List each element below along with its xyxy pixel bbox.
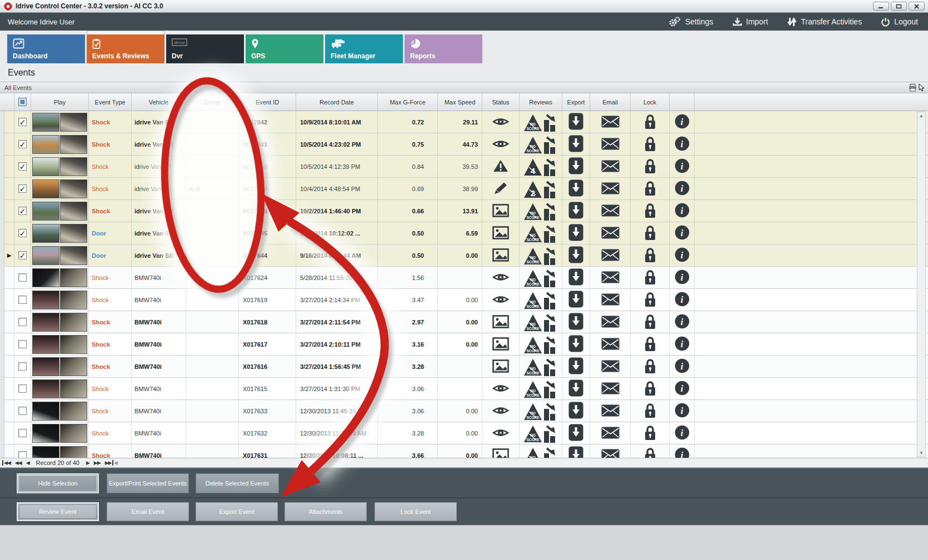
lock-padlock-icon[interactable] xyxy=(643,424,657,442)
column-header-driver[interactable]: Driver xyxy=(186,93,239,111)
reviews-cell[interactable]: NOSCORE xyxy=(520,111,562,133)
email-envelope-icon[interactable] xyxy=(601,227,620,240)
column-header-event-id[interactable]: Event ID xyxy=(239,93,296,111)
camera-front-thumb[interactable] xyxy=(32,135,59,154)
camera-front-thumb[interactable] xyxy=(32,335,59,354)
camera-front-thumb[interactable] xyxy=(32,246,59,265)
column-header-export[interactable]: Export xyxy=(562,93,590,111)
row-checkbox[interactable] xyxy=(14,422,31,444)
export-cell[interactable] xyxy=(562,444,590,458)
tab-events-reviews[interactable]: Events & Reviews xyxy=(87,34,164,63)
info-cell[interactable]: i xyxy=(670,200,695,222)
table-row[interactable]: ✓ Shock idrive Van SB Al B X017639 10/4/… xyxy=(4,178,928,200)
row-checkbox[interactable] xyxy=(14,289,31,311)
export-download-icon[interactable] xyxy=(568,402,583,420)
play-thumbnails[interactable] xyxy=(31,378,89,399)
column-header-reviews[interactable]: Reviews xyxy=(520,93,562,111)
row-checkbox[interactable]: ✓ xyxy=(14,133,31,155)
info-circle-icon[interactable]: i xyxy=(675,381,690,397)
table-row[interactable]: Shock BMW740i X017631 12/30/2013 10:08:1… xyxy=(4,444,928,458)
lock-cell[interactable] xyxy=(631,422,670,444)
lock-cell[interactable] xyxy=(631,289,670,311)
camera-front-thumb[interactable] xyxy=(32,157,59,176)
tab-dvr[interactable]: dense Dvr xyxy=(166,34,244,63)
info-circle-icon[interactable]: i xyxy=(675,158,690,174)
lock-padlock-icon[interactable] xyxy=(643,180,657,198)
camera-front-thumb[interactable] xyxy=(32,268,59,287)
email-envelope-icon[interactable] xyxy=(601,449,620,458)
table-row[interactable]: ✓ Shock idrive Van SB X017641 10/5/2014 … xyxy=(4,133,928,156)
play-thumbnails[interactable] xyxy=(31,267,89,288)
info-circle-icon[interactable]: i xyxy=(675,425,690,441)
lock-padlock-icon[interactable] xyxy=(643,336,657,353)
email-event-button[interactable]: Email Event xyxy=(107,502,189,521)
export-download-icon[interactable] xyxy=(568,291,583,309)
info-cell[interactable]: i xyxy=(670,311,695,333)
export-cell[interactable] xyxy=(562,378,590,399)
camera-cabin-thumb[interactable] xyxy=(60,446,87,458)
export-cell[interactable] xyxy=(562,200,590,222)
column-header-lock[interactable]: Lock xyxy=(631,93,670,111)
email-cell[interactable] xyxy=(590,422,631,444)
reviews-cell[interactable]: NOSCORE xyxy=(520,356,562,377)
info-circle-icon[interactable]: i xyxy=(675,181,690,197)
reviews-cell[interactable]: NOSCORE xyxy=(520,400,562,422)
menu-item-logout[interactable]: Logout xyxy=(881,17,918,27)
play-thumbnails[interactable] xyxy=(31,400,89,422)
export-download-icon[interactable] xyxy=(568,335,583,353)
email-envelope-icon[interactable] xyxy=(601,293,620,307)
export-download-icon[interactable] xyxy=(568,224,583,242)
camera-cabin-thumb[interactable] xyxy=(60,335,87,354)
email-envelope-icon[interactable] xyxy=(601,382,620,396)
info-cell[interactable]: i xyxy=(670,378,695,399)
pager-fast-back-icon[interactable]: ◀◀ xyxy=(15,460,22,466)
info-cell[interactable]: i xyxy=(670,133,695,155)
pager-fast-fwd-icon[interactable]: ▶▶ xyxy=(94,460,101,466)
select-all-icon[interactable] xyxy=(18,98,27,106)
lock-padlock-icon[interactable] xyxy=(643,113,657,131)
lock-cell[interactable] xyxy=(631,400,670,422)
info-cell[interactable]: i xyxy=(670,289,695,311)
email-envelope-icon[interactable] xyxy=(601,360,620,373)
reviews-cell[interactable]: NOSCORE xyxy=(520,200,562,222)
email-cell[interactable] xyxy=(590,133,631,155)
column-header-event-type[interactable]: Event Type xyxy=(89,93,132,111)
camera-cabin-thumb[interactable] xyxy=(60,268,87,287)
table-row[interactable]: Shock BMW740i X017616 3/27/2014 1:56:45 … xyxy=(4,356,928,378)
camera-cabin-thumb[interactable] xyxy=(60,157,87,176)
reviews-cell[interactable]: NOSCORE xyxy=(520,333,562,355)
email-cell[interactable] xyxy=(590,444,631,458)
info-circle-icon[interactable]: i xyxy=(675,314,690,330)
export-download-icon[interactable] xyxy=(568,135,583,153)
column-header-vehicle[interactable]: Vehicle xyxy=(132,93,186,111)
info-circle-icon[interactable]: i xyxy=(675,225,690,241)
row-checkbox[interactable] xyxy=(14,444,31,458)
lock-padlock-icon[interactable] xyxy=(643,202,657,220)
table-row[interactable]: ✓ Shock idrive Van SB X017638 10/2/2014 … xyxy=(4,200,928,222)
lock-padlock-icon[interactable] xyxy=(643,447,657,458)
reviews-cell[interactable]: NOSCORE xyxy=(520,244,562,266)
row-checkbox[interactable] xyxy=(14,311,31,333)
email-cell[interactable] xyxy=(590,267,631,288)
info-cell[interactable]: i xyxy=(670,156,695,177)
lock-cell[interactable] xyxy=(631,444,670,458)
info-circle-icon[interactable]: i xyxy=(675,403,690,419)
info-circle-icon[interactable]: i xyxy=(675,269,690,286)
lock-event-button[interactable]: Lock Event xyxy=(375,502,457,521)
email-cell[interactable] xyxy=(590,378,631,399)
export-download-icon[interactable] xyxy=(568,202,583,220)
delete-selected-events-button[interactable]: Delete Selected Events xyxy=(196,473,279,493)
camera-cabin-thumb[interactable] xyxy=(60,202,87,221)
row-checkbox[interactable] xyxy=(14,378,31,399)
table-row[interactable]: Shock BMW740i X017633 12/30/2013 11:45:3… xyxy=(4,400,928,422)
lock-padlock-icon[interactable] xyxy=(643,158,657,176)
info-cell[interactable]: i xyxy=(670,267,695,288)
table-row[interactable]: Shock BMW740i X017615 3/27/2014 1:31:30 … xyxy=(4,378,928,400)
table-row[interactable]: ✓ Shock idrive Van SB X017640 10/5/2014 … xyxy=(4,156,928,178)
camera-front-thumb[interactable] xyxy=(32,179,59,198)
row-checkbox[interactable]: ✓ xyxy=(14,111,31,133)
camera-front-thumb[interactable] xyxy=(32,313,59,332)
email-envelope-icon[interactable] xyxy=(601,138,620,151)
row-checkbox[interactable] xyxy=(14,400,31,422)
email-envelope-icon[interactable] xyxy=(601,182,620,196)
